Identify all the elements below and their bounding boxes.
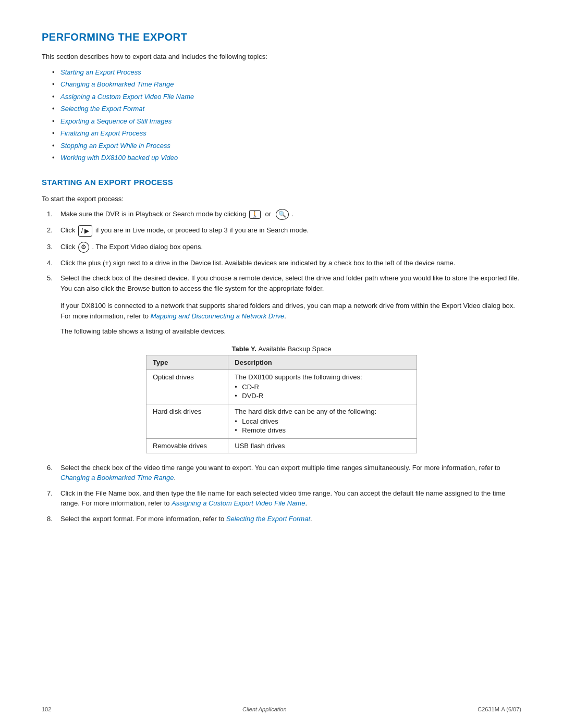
step-5-note-2: The following table shows a listing of a… (60, 326, 521, 337)
step-7-suffix: . (305, 499, 307, 507)
mapping-link[interactable]: Mapping and Disconnecting a Network Driv… (151, 312, 285, 320)
list-item: Local drives (235, 417, 410, 425)
table-caption-label: Available Backup Space (258, 345, 331, 353)
step-7: Click in the File Name box, and then typ… (42, 488, 521, 509)
table-header-description: Description (228, 355, 417, 369)
custom-filename-link-text: Assigning a Custom Export Video File Nam… (172, 499, 305, 507)
step-5-note-1: If your DX8100 is connected to a network… (60, 301, 521, 321)
list-item: Assigning a Custom Export Video File Nam… (52, 92, 521, 102)
list-item: Working with DX8100 backed up Video (52, 153, 521, 163)
table-cell-desc: USB flash drives (228, 438, 417, 453)
intro-text: This section describes how to export dat… (42, 52, 521, 62)
topic-link-8[interactable]: Working with DX8100 backed up Video (60, 154, 178, 162)
step-2-text: Click (60, 226, 77, 234)
list-item: Finalizing an Export Process (52, 128, 521, 139)
step-1-text: Make sure the DVR is in Playback or Sear… (60, 210, 248, 218)
bookmarked-link-text: Changing a Bookmarked Time Range (60, 474, 174, 482)
topic-link-3[interactable]: Assigning a Custom Export Video File Nam… (60, 93, 194, 101)
step-2-suffix: if you are in Live mode, or proceed to s… (95, 226, 309, 234)
table-cell-type: Hard disk drives (146, 404, 228, 438)
table-cell-type: Optical drives (146, 369, 228, 404)
footer-right: C2631M-A (6/07) (478, 706, 521, 712)
topic-link-2[interactable]: Changing a Bookmarked Time Range (60, 80, 174, 88)
step-8-suffix: . (310, 515, 312, 523)
step-5: Select the check box of the desired devi… (42, 273, 521, 293)
topic-link-1[interactable]: Starting an Export Process (60, 68, 141, 76)
subsection-intro: To start the export process: (42, 194, 521, 204)
step-5-note-1-suffix: . (284, 312, 286, 320)
step-3-suffix: . The Export Video dialog box opens. (92, 243, 203, 251)
play-slash-icon: / ▶ (78, 225, 93, 237)
table-cell-type: Removable drives (146, 438, 228, 453)
person-icon: 🚶 (249, 210, 261, 219)
table-row: Optical drives The DX8100 supports the f… (146, 369, 417, 404)
table-cell-desc: The DX8100 supports the following drives… (228, 369, 417, 404)
step-8: Select the export format. For more infor… (42, 514, 521, 524)
section-title: PERFORMING THE EXPORT (42, 31, 521, 43)
step-4: Click the plus (+) sign next to a drive … (42, 258, 521, 268)
magnifier-icon: 🔍 (276, 209, 289, 219)
table-caption: Table Y. Available Backup Space (42, 345, 521, 353)
list-item: Changing a Bookmarked Time Range (52, 79, 521, 90)
step-4-text: Click the plus (+) sign next to a drive … (60, 259, 455, 267)
gear-circle-icon: ⚙ (78, 242, 89, 252)
steps-list-continued: Select the check box of the video time r… (42, 463, 521, 524)
list-item: Starting an Export Process (52, 67, 521, 78)
step-1: Make sure the DVR is in Playback or Sear… (42, 209, 521, 220)
list-item: Remote drives (235, 426, 410, 434)
custom-filename-link[interactable]: Assigning a Custom Export Video File Nam… (172, 499, 305, 507)
topic-link-6[interactable]: Finalizing an Export Process (60, 129, 146, 137)
table-caption-bold: Table Y. (232, 345, 256, 353)
export-format-link[interactable]: Selecting the Export Format (226, 515, 310, 523)
topic-link-7[interactable]: Stopping an Export While in Process (60, 142, 170, 150)
list-item: CD-R (235, 383, 410, 391)
subsection-title: STARTING AN EXPORT PROCESS (42, 178, 521, 187)
topic-link-5[interactable]: Exporting a Sequence of Still Images (60, 117, 172, 125)
step-3-text: Click (60, 243, 77, 251)
topics-list: Starting an Export Process Changing a Bo… (52, 67, 521, 163)
backup-space-table: Type Description Optical drives The DX81… (146, 355, 417, 453)
list-item: Selecting the Export Format (52, 104, 521, 114)
step-6-suffix: . (174, 474, 176, 482)
bookmarked-link[interactable]: Changing a Bookmarked Time Range (60, 474, 174, 482)
step-6: Select the check box of the video time r… (42, 463, 521, 483)
step-5-note-1-text: If your DX8100 is connected to a network… (60, 302, 515, 320)
step-5-text: Select the check box of the desired devi… (60, 274, 519, 292)
step-2: Click / ▶ if you are in Live mode, or pr… (42, 225, 521, 237)
footer: 102 Client Application C2631M-A (6/07) (42, 706, 521, 712)
list-item: Exporting a Sequence of Still Images (52, 116, 521, 127)
table-header-type: Type (146, 355, 228, 369)
page: PERFORMING THE EXPORT This section descr… (0, 0, 563, 728)
step-3: Click ⚙ . The Export Video dialog box op… (42, 242, 521, 253)
step-1-suffix: . (291, 210, 293, 218)
list-item: Stopping an Export While in Process (52, 141, 521, 151)
table-cell-desc: The hard disk drive can be any of the fo… (228, 404, 417, 438)
list-item: DVD-R (235, 392, 410, 400)
mapping-link-text: Mapping and Disconnecting a Network Driv… (151, 312, 285, 320)
footer-page-number: 102 (42, 706, 51, 712)
topic-link-4[interactable]: Selecting the Export Format (60, 105, 144, 113)
step-8-text: Select the export format. For more infor… (60, 515, 226, 523)
or-text: or (265, 210, 273, 218)
table-row: Hard disk drives The hard disk drive can… (146, 404, 417, 438)
export-format-link-text: Selecting the Export Format (226, 515, 310, 523)
steps-list: Make sure the DVR is in Playback or Sear… (42, 209, 521, 293)
step-6-text: Select the check box of the video time r… (60, 464, 500, 472)
table-row: Removable drives USB flash drives (146, 438, 417, 453)
footer-center: Client Application (242, 706, 287, 712)
